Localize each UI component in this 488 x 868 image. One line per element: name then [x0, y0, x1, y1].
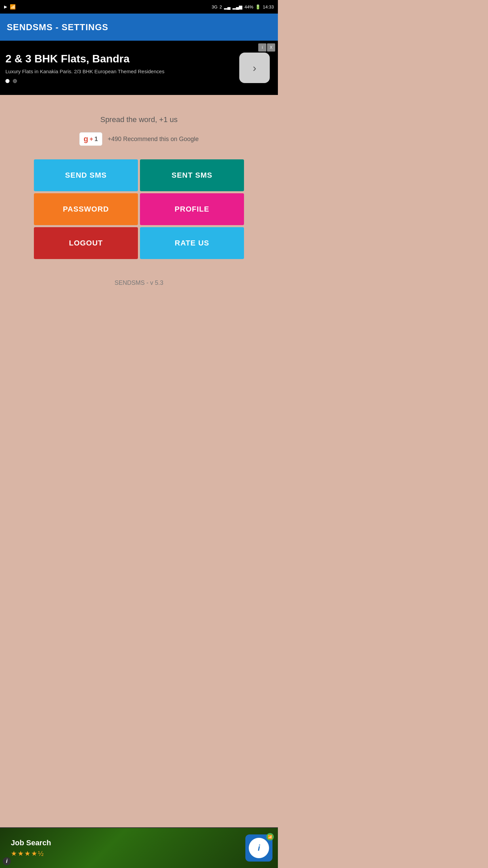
- action-buttons-grid: SEND SMS SENT SMS PASSWORD PROFILE LOGOU…: [34, 159, 244, 259]
- logout-button[interactable]: LOGOUT: [34, 227, 138, 259]
- spread-text: Spread the word, +1 us: [100, 115, 178, 124]
- ad-title: 2 & 3 BHK Flats, Bandra: [5, 53, 188, 65]
- sent-sms-button[interactable]: SENT SMS: [140, 159, 244, 191]
- status-right: 3G 2 ▂▄ ▂▄▆ 44% 🔋 14:33: [211, 4, 274, 9]
- google-plus-button[interactable]: g + 1: [79, 132, 102, 146]
- version-text: SENDSMS - v 5.3: [115, 279, 163, 287]
- status-bar: ▶ 📶 3G 2 ▂▄ ▂▄▆ 44% 🔋 14:33: [0, 0, 278, 14]
- ad-next-button[interactable]: ›: [239, 53, 270, 83]
- send-sms-button[interactable]: SEND SMS: [34, 159, 138, 191]
- main-content: Spread the word, +1 us g + 1 +490 Recomm…: [0, 95, 278, 327]
- gplus-g-letter: g: [84, 135, 88, 143]
- sim-indicator: 2: [220, 4, 222, 9]
- clock: 14:33: [263, 4, 274, 9]
- ad-controls[interactable]: i X: [258, 43, 275, 52]
- ad-banner: i X 2 & 3 BHK Flats, Bandra Luxury Flats…: [0, 41, 278, 95]
- ad-dot-2[interactable]: [13, 79, 17, 83]
- battery-level: 44%: [244, 4, 253, 9]
- rate-us-button[interactable]: RATE US: [140, 227, 244, 259]
- ad-close-button[interactable]: X: [267, 43, 275, 52]
- battery-icon: 🔋: [255, 4, 261, 9]
- signal-icon2: ▂▄▆: [232, 4, 242, 9]
- signal-icon: ▂▄: [224, 4, 230, 9]
- gplus-recommend-text: +490 Recommend this on Google: [108, 136, 199, 143]
- play-icon: ▶: [4, 4, 7, 9]
- gplus-plus-sign: +: [89, 136, 93, 143]
- ad-subtitle: Luxury Flats in Kanakia Paris. 2/3 BHK E…: [5, 68, 175, 75]
- password-button[interactable]: PASSWORD: [34, 193, 138, 225]
- gplus-one-number: 1: [95, 136, 98, 143]
- status-left: ▶ 📶: [4, 4, 16, 9]
- wifi-icon: 📶: [10, 4, 16, 9]
- network-type: 3G: [211, 4, 217, 9]
- google-plus-row: g + 1 +490 Recommend this on Google: [79, 132, 199, 146]
- app-bar: SENDSMS - SETTINGS: [0, 14, 278, 41]
- ad-pagination: [5, 79, 272, 83]
- ad-info-button[interactable]: i: [258, 43, 266, 52]
- app-title: SENDSMS - SETTINGS: [7, 22, 108, 33]
- profile-button[interactable]: PROFILE: [140, 193, 244, 225]
- ad-dot-1[interactable]: [5, 79, 9, 83]
